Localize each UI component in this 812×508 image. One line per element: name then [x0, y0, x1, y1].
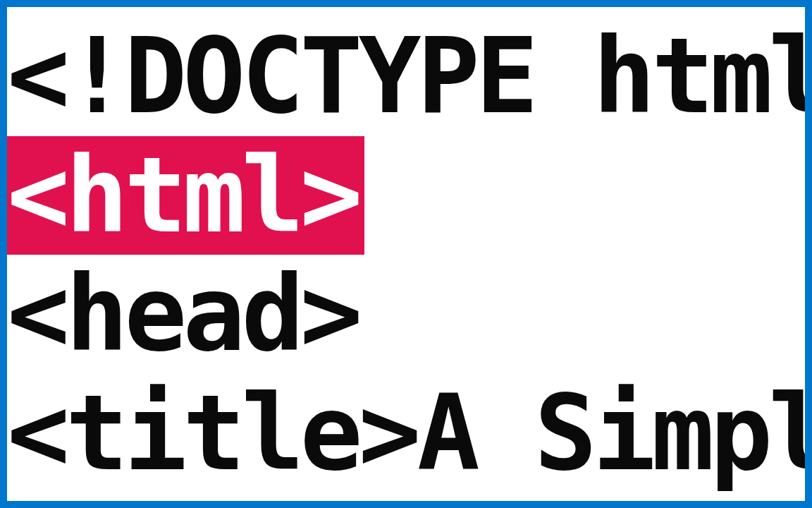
code-line-doctype: <!DOCTYPE html>	[7, 17, 805, 136]
code-line-html: <html>	[7, 136, 805, 255]
code-line-title: <title>A Simple	[7, 374, 805, 493]
code-block: <!DOCTYPE html> <html> <head> <title>A S…	[7, 7, 805, 493]
code-line-head: <head>	[7, 255, 805, 374]
highlighted-html-tag: <html>	[7, 136, 364, 255]
